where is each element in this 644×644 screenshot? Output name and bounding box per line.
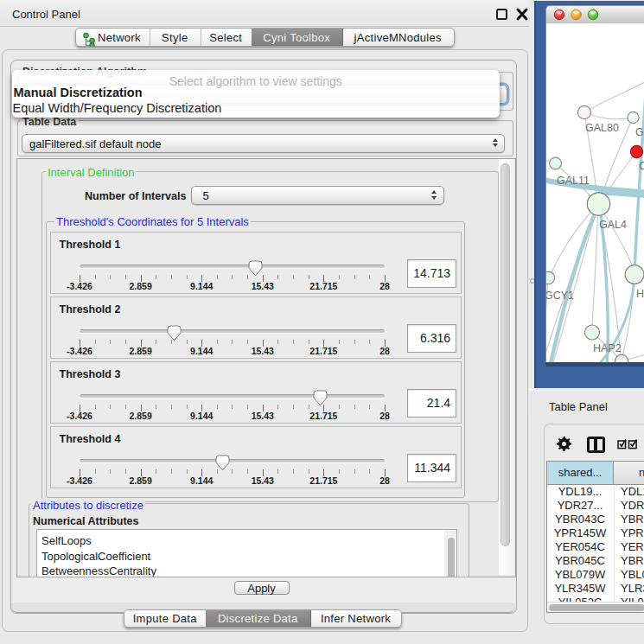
svg-text:H: H xyxy=(636,288,644,300)
svg-text:GAL4: GAL4 xyxy=(599,219,627,231)
svg-text:GAL11: GAL11 xyxy=(557,175,590,187)
svg-text:HAP2: HAP2 xyxy=(593,342,622,354)
svg-text:GCY1: GCY1 xyxy=(546,290,574,302)
svg-text:G: G xyxy=(635,126,644,138)
svg-text:C: C xyxy=(639,160,644,172)
svg-text:GAL80: GAL80 xyxy=(585,122,619,134)
